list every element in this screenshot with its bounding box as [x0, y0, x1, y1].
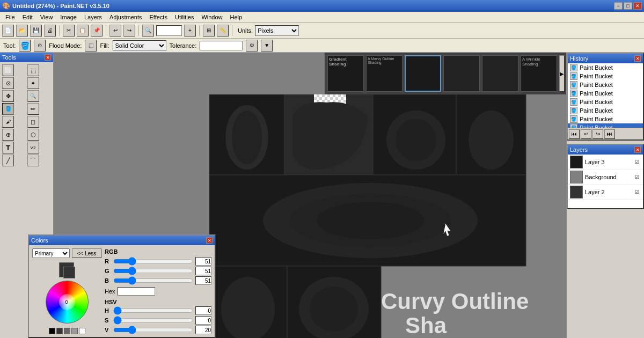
tool-paint-bucket[interactable]: 🪣	[2, 103, 14, 115]
undo-button[interactable]: ↩	[109, 25, 121, 36]
layers-list[interactable]: Layer 3☑Background☑Layer 2☑	[568, 155, 643, 208]
tool-bezier[interactable]: ⌒	[27, 155, 39, 166]
tool-lasso[interactable]: ⬚	[27, 64, 39, 76]
menu-item-effects[interactable]: Effects	[147, 13, 171, 21]
swatch-light-gray[interactable]	[71, 328, 78, 334]
hex-input[interactable]: 333333	[118, 287, 155, 296]
minimize-button[interactable]: −	[614, 2, 623, 10]
layer-visibility-2[interactable]: ☑	[633, 188, 641, 196]
menu-item-image[interactable]: Image	[57, 13, 80, 21]
tool-line[interactable]: ╱	[2, 155, 14, 166]
h-value[interactable]	[195, 306, 211, 315]
menu-item-layers[interactable]: Layers	[81, 13, 105, 21]
thumb-1[interactable]: GradientShading	[327, 55, 364, 92]
history-list[interactable]: 🪣Paint Bucket🪣Paint Bucket🪣Paint Bucket🪣…	[568, 63, 643, 128]
new-button[interactable]: 📄	[2, 25, 14, 36]
menu-item-utilities[interactable]: Utilities	[172, 13, 197, 21]
thumb-4[interactable]	[443, 55, 480, 92]
tool-shape[interactable]: V2	[27, 142, 39, 153]
g-slider[interactable]	[113, 268, 193, 274]
thumb-3[interactable]	[405, 55, 441, 92]
menu-item-help[interactable]: Help	[227, 13, 246, 21]
color-wheel-container[interactable]	[46, 281, 89, 324]
tools-close-button[interactable]: ✕	[45, 54, 51, 61]
tool-magic-wand[interactable]: ✦	[27, 77, 39, 89]
thumb-6[interactable]: A Wrinkle Shading	[521, 55, 557, 92]
layer-visibility-0[interactable]: ☑	[633, 158, 641, 166]
paste-button[interactable]: 📌	[91, 25, 103, 36]
history-item-3[interactable]: 🪣Paint Bucket	[568, 89, 643, 98]
layers-close-button[interactable]: ✕	[634, 146, 641, 153]
units-select[interactable]: Pixels Inches Centimeters	[255, 25, 299, 36]
tolerance-input[interactable]: 1%	[200, 41, 243, 50]
menu-item-file[interactable]: File	[2, 13, 18, 21]
print-button[interactable]: 🖨	[44, 25, 56, 36]
grid-button[interactable]: ⊞	[203, 25, 215, 36]
thumb-2[interactable]: A Marvy Outline Shading	[366, 55, 402, 92]
tool-text[interactable]: T	[2, 142, 14, 153]
zoom-in-button[interactable]: +	[184, 25, 196, 36]
history-item-0[interactable]: 🪣Paint Bucket	[568, 63, 643, 72]
history-back-button[interactable]: ↩	[581, 129, 591, 139]
history-item-5[interactable]: 🪣Paint Bucket	[568, 106, 643, 115]
primary-select[interactable]: Primary Secondary	[32, 248, 70, 258]
layer-item-2[interactable]: Layer 2☑	[568, 185, 643, 200]
menu-item-adjustments[interactable]: Adjustments	[106, 13, 145, 21]
secondary-color-swatch[interactable]	[63, 267, 75, 278]
b-slider[interactable]	[113, 277, 193, 284]
menu-item-edit[interactable]: Edit	[19, 13, 36, 21]
history-item-7[interactable]: 🪣Paint Bucket	[568, 123, 643, 128]
menu-item-window[interactable]: Window	[198, 13, 225, 21]
tool-rectangle-select[interactable]: ⬜	[2, 64, 14, 76]
history-close-button[interactable]: ✕	[634, 55, 641, 62]
tool-move[interactable]: ✥	[2, 90, 14, 102]
tool-recolor[interactable]: ⬡	[27, 129, 39, 141]
swatch-gray[interactable]	[64, 328, 70, 334]
s-slider[interactable]	[113, 317, 193, 324]
r-slider[interactable]	[113, 258, 193, 264]
layer-item-1[interactable]: Background☑	[568, 170, 643, 185]
b-value[interactable]: 51	[195, 276, 211, 285]
tool-clone[interactable]: ⊕	[2, 129, 14, 141]
zoom-input[interactable]: 274%	[156, 25, 182, 36]
g-value[interactable]: 51	[195, 267, 211, 275]
cut-button[interactable]: ✂	[63, 25, 75, 36]
less-button[interactable]: << Less	[72, 248, 101, 258]
r-value[interactable]: 51	[195, 257, 211, 266]
history-last-button[interactable]: ⏭	[604, 129, 615, 139]
tool-eraser[interactable]: ◻	[27, 116, 39, 128]
swatch-dark-gray[interactable]	[56, 328, 63, 334]
menu-item-view[interactable]: View	[37, 13, 56, 21]
history-first-button[interactable]: ⏮	[569, 129, 580, 139]
history-item-4[interactable]: 🪣Paint Bucket	[568, 98, 643, 106]
v-value[interactable]	[195, 326, 211, 334]
h-slider[interactable]	[113, 307, 193, 314]
thumb-5[interactable]	[482, 55, 518, 92]
open-button[interactable]: 📂	[16, 25, 28, 36]
tolerance-extra[interactable]: ▼	[261, 40, 273, 52]
history-item-6[interactable]: 🪣Paint Bucket	[568, 115, 643, 123]
tool-ellipse[interactable]: ⊙	[2, 77, 14, 89]
layer-visibility-1[interactable]: ☑	[633, 173, 641, 181]
history-item-2[interactable]: 🪣Paint Bucket	[568, 80, 643, 89]
zoom-out-button[interactable]: 🔍	[142, 25, 154, 36]
layer-item-0[interactable]: Layer 3☑	[568, 155, 643, 170]
swatch-white[interactable]	[79, 328, 85, 334]
tool-brush[interactable]: 🖌	[2, 116, 14, 128]
swatch-black[interactable]	[49, 328, 55, 334]
tool-pencil[interactable]: ✏	[27, 103, 39, 115]
rulers-button[interactable]: 📏	[217, 25, 229, 36]
thumb-scroll-right[interactable]: ▶	[559, 55, 565, 92]
colors-close-button[interactable]: ✕	[206, 237, 213, 244]
maximize-button[interactable]: □	[624, 2, 632, 10]
history-item-1[interactable]: 🪣Paint Bucket	[568, 72, 643, 80]
close-button[interactable]: ✕	[633, 2, 642, 10]
redo-button[interactable]: ↪	[123, 25, 135, 36]
save-button[interactable]: 💾	[30, 25, 42, 36]
s-value[interactable]	[195, 316, 211, 325]
tolerance-options[interactable]: ⚙	[246, 40, 258, 52]
v-slider[interactable]	[113, 327, 193, 333]
fill-select[interactable]: Solid Color Linear Gradient Radial Gradi…	[113, 40, 166, 51]
tool-zoom[interactable]: 🔍	[27, 90, 39, 102]
history-forward-button[interactable]: ↪	[592, 129, 603, 139]
